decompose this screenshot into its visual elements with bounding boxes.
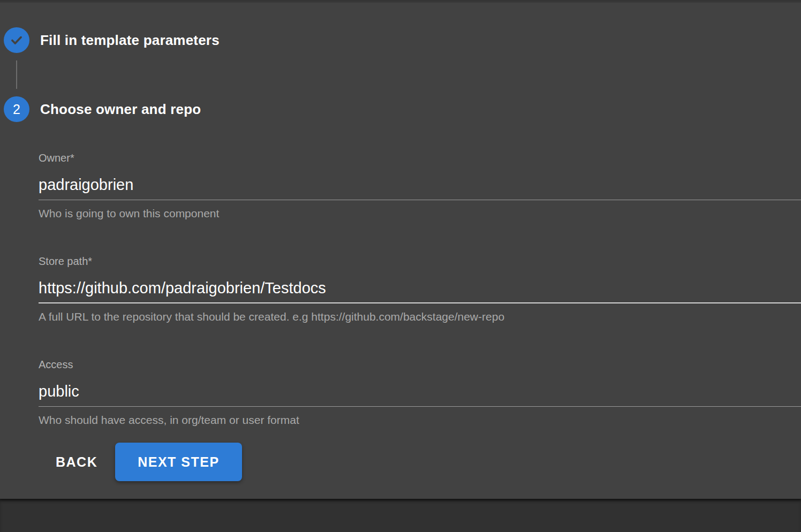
access-field-label: Access	[39, 359, 801, 371]
check-icon	[10, 33, 24, 47]
step-connector	[0, 53, 801, 96]
access-input[interactable]	[39, 382, 801, 400]
access-input-underline	[39, 382, 801, 407]
access-field: Access Who should have access, in org/te…	[39, 359, 801, 427]
owner-input[interactable]	[39, 176, 801, 194]
store-path-field-label: Store path*	[39, 255, 801, 268]
store-path-field: Store path* A full URL to the repository…	[39, 255, 801, 323]
store-path-input[interactable]	[39, 279, 801, 297]
stepper-paper: Fill in template parameters 2 Choose own…	[0, 3, 801, 499]
step-1-completed-icon	[4, 27, 29, 53]
owner-field: Owner* Who is going to own this componen…	[39, 152, 801, 220]
step-actions: BACK NEXT STEP	[45, 443, 801, 481]
step-2-active-icon: 2	[4, 96, 29, 122]
step-connector-line	[16, 60, 17, 89]
owner-field-label: Owner*	[39, 152, 801, 164]
step-2-content: Owner* Who is going to own this componen…	[0, 152, 801, 481]
next-step-button[interactable]: NEXT STEP	[115, 443, 241, 481]
access-helper-text: Who should have access, in org/team or u…	[39, 414, 801, 427]
back-button[interactable]: BACK	[45, 444, 108, 481]
step-2-label: Choose owner and repo	[40, 101, 201, 118]
scaffolder-wizard-screen: Fill in template parameters 2 Choose own…	[0, 0, 801, 532]
page-background-below-paper	[0, 499, 801, 532]
step-2-header[interactable]: 2 Choose owner and repo	[0, 96, 801, 122]
store-path-helper-text: A full URL to the repository that should…	[39, 310, 801, 323]
store-path-input-underline	[39, 279, 801, 303]
owner-helper-text: Who is going to own this component	[39, 207, 801, 220]
step-1-label: Fill in template parameters	[40, 32, 220, 49]
owner-input-underline	[39, 176, 801, 200]
step-1-header[interactable]: Fill in template parameters	[0, 27, 801, 53]
step-2-number: 2	[13, 103, 20, 116]
